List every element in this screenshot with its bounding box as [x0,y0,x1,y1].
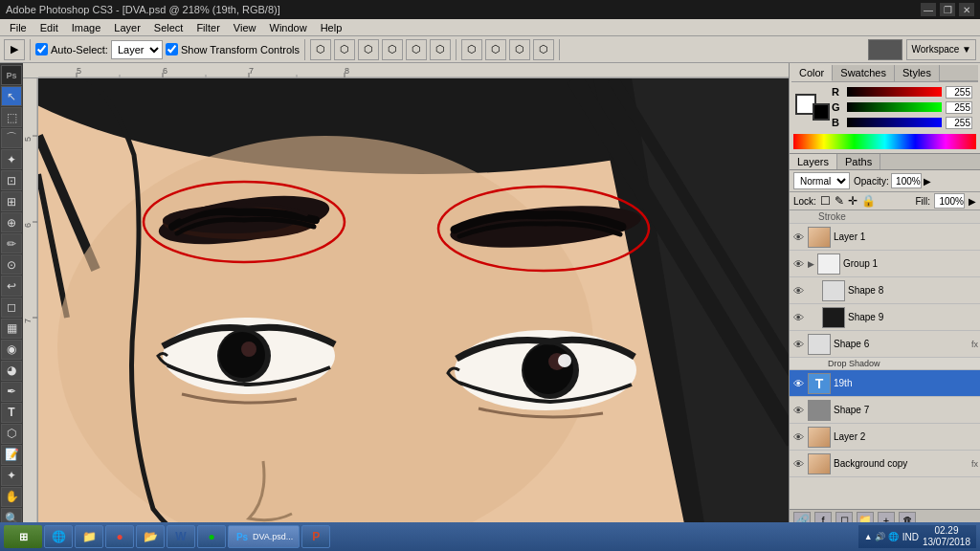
align-btn-5[interactable]: ⬡ [406,39,427,60]
taskbar-folder[interactable]: 📂 [136,525,165,548]
tool-clone[interactable]: ⊙ [1,254,22,275]
layer-vis-shape7[interactable]: 👁 [791,404,805,417]
layer-vis-19th[interactable]: 👁 [791,377,805,390]
tool-pen[interactable]: ✒ [1,382,22,402]
opacity-input[interactable] [891,173,922,188]
layer-item-layer2[interactable]: 👁 Layer 2 [790,424,980,451]
distribute-btn-1[interactable]: ⬡ [461,39,482,60]
layer-item-shape7[interactable]: 👁 Shape 7 [790,397,980,424]
tool-slice[interactable]: ⊞ [1,191,22,211]
taskbar-line[interactable]: ● [197,525,226,548]
tab-styles[interactable]: Styles [895,65,940,81]
tool-text[interactable]: T [1,403,22,423]
tab-paths[interactable]: Paths [837,154,880,169]
menu-layer[interactable]: Layer [108,21,146,34]
blend-mode-select[interactable]: Normal [793,172,850,189]
tool-shape[interactable]: ⬡ [1,424,22,444]
align-btn-4[interactable]: ⬡ [382,39,403,60]
tool-notes[interactable]: 📝 [1,445,22,465]
minimize-btn[interactable]: — [921,3,936,16]
layer-vis-group1[interactable]: 👁 [791,257,805,271]
group1-arrow[interactable]: ▶ [808,259,814,269]
taskbar-word[interactable]: W [167,525,195,548]
layer-vis-bgcopy[interactable]: 👁 [791,457,805,471]
layer-item-shape9[interactable]: 👁 Shape 9 [790,304,980,331]
r-slider[interactable] [847,87,942,97]
r-value[interactable]: 255 [946,86,972,99]
layer-item-bgcopy[interactable]: 👁 Background copy fx [790,451,980,477]
menu-window[interactable]: Window [264,21,313,34]
tab-color[interactable]: Color [791,65,833,81]
tool-gradient[interactable]: ▦ [1,319,22,339]
fill-arrow[interactable]: ▶ [969,196,976,207]
lock-position-icon[interactable]: ✛ [848,194,858,208]
tool-marquee[interactable]: ⬚ [1,107,22,127]
menu-select[interactable]: Select [148,21,189,34]
maximize-btn[interactable]: ❐ [940,3,955,16]
layer-select[interactable]: Layer [111,40,163,59]
menu-image[interactable]: Image [66,21,107,34]
tool-blur[interactable]: ◉ [1,340,22,360]
fill-input[interactable] [934,193,965,209]
workspace-btn[interactable]: Workspace ▼ [906,39,976,60]
lock-transparent-icon[interactable]: ☐ [820,194,831,208]
taskbar-explorer[interactable]: 📁 [75,525,103,548]
auto-select-input[interactable] [35,43,48,55]
layer-item-group1[interactable]: 👁 ▶ Group 1 [790,251,980,277]
tool-healing[interactable]: ⊕ [1,212,22,232]
layer-vis-shape9[interactable]: 👁 [791,311,805,324]
workspace-preview[interactable] [868,39,902,60]
start-button[interactable]: ⊞ [4,525,42,548]
tab-layers[interactable]: Layers [790,154,837,169]
tool-options-btn[interactable]: ▶ [4,39,25,60]
tool-move[interactable]: ↖ [1,86,22,106]
layer-item-shape8[interactable]: 👁 Shape 8 [790,277,980,304]
tool-crop[interactable]: ⊡ [1,170,22,190]
layer-item-19th[interactable]: 👁 T 19th [790,370,980,397]
tool-brush[interactable]: ✏ [1,233,22,253]
close-btn[interactable]: ✕ [959,3,974,16]
layer-vis-shape8[interactable]: 👁 [791,284,805,298]
taskbar-chrome[interactable]: ● [105,525,134,548]
tool-history[interactable]: ↩ [1,276,22,296]
layer-vis-layer2[interactable]: 👁 [791,430,805,444]
distribute-btn-4[interactable]: ⬡ [533,39,554,60]
align-btn-2[interactable]: ⬡ [334,39,355,60]
tool-dodge[interactable]: ◕ [1,361,22,381]
distribute-btn-3[interactable]: ⬡ [509,39,530,60]
distribute-btn-2[interactable]: ⬡ [485,39,506,60]
color-spectrum-bar[interactable] [793,134,976,149]
layer-vis-layer1[interactable]: 👁 [791,231,805,244]
tool-magic-wand[interactable]: ✦ [1,149,22,169]
auto-select-checkbox[interactable]: Auto-Select: [35,43,108,55]
layer-item-layer1[interactable]: 👁 Layer 1 [790,224,980,251]
b-value[interactable]: 255 [946,117,972,129]
menu-filter[interactable]: Filter [190,21,225,34]
menu-help[interactable]: Help [315,21,348,34]
tool-hand[interactable]: ✋ [1,487,22,507]
tool-eyedropper[interactable]: ✦ [1,466,22,486]
lock-all-icon[interactable]: 🔒 [861,194,876,208]
layer-item-shape6[interactable]: 👁 Shape 6 fx [790,331,980,358]
transform-checkbox[interactable]: Show Transform Controls [166,43,300,55]
menu-edit[interactable]: Edit [34,21,64,34]
align-btn-1[interactable]: ⬡ [310,39,331,60]
g-value[interactable]: 255 [946,101,972,114]
tool-lasso[interactable]: ⌒ [1,128,22,148]
align-btn-3[interactable]: ⬡ [358,39,379,60]
taskbar-ppt[interactable]: P [301,525,330,548]
canvas-content[interactable] [38,78,789,530]
menu-view[interactable]: View [228,21,262,34]
transform-input[interactable] [166,43,178,55]
opacity-arrow[interactable]: ▶ [924,176,931,187]
layer-vis-shape6[interactable]: 👁 [791,338,805,351]
bg-color-swatch[interactable] [813,103,830,121]
align-btn-6[interactable]: ⬡ [430,39,451,60]
b-slider[interactable] [847,118,942,127]
g-slider[interactable] [847,102,942,112]
menu-file[interactable]: File [4,21,33,34]
taskbar-ie[interactable]: 🌐 [44,525,73,548]
tool-eraser[interactable]: ◻ [1,298,22,318]
taskbar-photoshop[interactable]: Ps DVA.psd... [228,525,300,548]
lock-image-icon[interactable]: ✎ [835,194,844,208]
